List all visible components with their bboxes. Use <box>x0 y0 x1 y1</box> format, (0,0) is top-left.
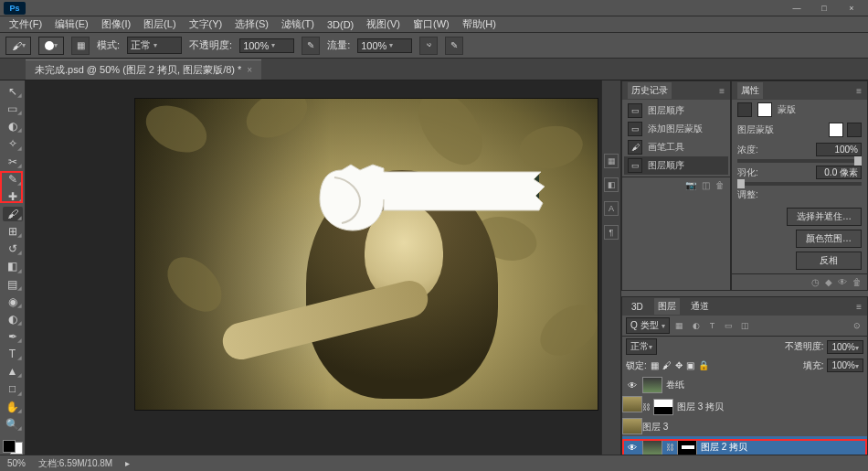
tool-hand[interactable]: ✋◢ <box>3 400 23 414</box>
lock-all-icon[interactable]: 🔒 <box>698 360 709 370</box>
airbrush-button[interactable]: ༄ <box>419 37 438 55</box>
blend-mode-select[interactable]: 正常▾ <box>127 37 182 54</box>
layer-thumb[interactable] <box>622 396 642 412</box>
mask-thumb[interactable] <box>677 439 697 455</box>
fill-field[interactable]: 100%▾ <box>827 359 863 372</box>
layer-thumb[interactable] <box>622 418 642 434</box>
min-button[interactable]: — <box>784 2 810 15</box>
disable-mask-icon[interactable]: 👁 <box>838 277 847 287</box>
vector-mask-button[interactable] <box>847 123 862 137</box>
filter-smart-icon[interactable]: ◫ <box>739 319 752 332</box>
layer-name[interactable]: 图层 2 拷贝 <box>701 441 747 454</box>
density-input[interactable] <box>816 143 862 156</box>
menu-help[interactable]: 帮助(H) <box>457 16 502 32</box>
tool-eyedropper[interactable]: ✎◢ <box>3 172 23 187</box>
history-tab[interactable]: 历史记录 <box>628 82 672 99</box>
history-delete-button[interactable]: 🗑 <box>715 180 725 190</box>
layer-name[interactable]: 卷纸 <box>666 379 684 391</box>
pressure-size-button[interactable]: ✎ <box>445 37 463 55</box>
doc-info[interactable]: 文档:6.59M/10.8M <box>38 457 112 470</box>
tool-type[interactable]: T◢ <box>3 347 23 361</box>
document-tab[interactable]: 未完成.psd @ 50% (图层 2 拷贝, 图层蒙版/8) * × <box>26 59 261 80</box>
tool-lasso[interactable]: ◐◢ <box>3 119 23 134</box>
tool-stamp[interactable]: ⊞◢ <box>3 224 23 239</box>
history-panel-menu[interactable]: ≡ <box>719 86 725 96</box>
lock-position-icon[interactable]: ✥ <box>675 360 683 370</box>
tool-brush[interactable]: 🖌◢ <box>3 207 23 221</box>
filter-type-icon[interactable]: T <box>706 319 719 332</box>
tool-move[interactable]: ↖◢ <box>3 84 23 99</box>
filter-pixel-icon[interactable]: ▦ <box>673 319 686 332</box>
brush-settings-button[interactable]: ▦ <box>71 37 90 55</box>
menu-type[interactable]: 文字(Y) <box>184 16 228 32</box>
tool-magic-wand[interactable]: ✧◢ <box>3 136 23 151</box>
layer-row[interactable]: 👁图层 3 <box>622 418 867 436</box>
layer-row[interactable]: 👁卷纸 <box>622 374 867 396</box>
layer-thumb[interactable] <box>642 439 662 455</box>
close-tab-button[interactable]: × <box>247 65 252 75</box>
paragraph-panel-icon[interactable]: ¶ <box>604 225 619 240</box>
document-canvas[interactable] <box>135 99 598 410</box>
tool-history-brush[interactable]: ↺◢ <box>3 241 23 256</box>
tool-crop[interactable]: ✂◢ <box>3 155 23 169</box>
swatches-panel-icon[interactable]: ◧ <box>604 177 619 192</box>
menu-view[interactable]: 视图(V) <box>361 16 406 32</box>
tab-3d[interactable]: 3D <box>628 300 647 314</box>
close-button[interactable]: × <box>839 2 864 15</box>
visibility-toggle[interactable]: 👁 <box>626 443 639 453</box>
zoom-level[interactable]: 50% <box>7 458 26 468</box>
layer-thumb[interactable] <box>642 377 662 393</box>
brush-preset[interactable]: ▾ <box>38 37 64 55</box>
tool-dodge[interactable]: ◐◢ <box>3 312 23 326</box>
color-swatches[interactable] <box>3 440 23 455</box>
apply-mask-icon[interactable]: ◆ <box>825 277 832 287</box>
brush-tool-preset[interactable]: 🖌▾ <box>5 37 31 55</box>
properties-panel-menu[interactable]: ≡ <box>856 86 862 96</box>
delete-mask-icon[interactable]: 🗑 <box>852 277 862 287</box>
menu-file[interactable]: 文件(F) <box>4 16 48 32</box>
menu-layer[interactable]: 图层(L) <box>138 16 181 32</box>
menu-3d[interactable]: 3D(D) <box>322 18 359 31</box>
history-item[interactable]: ▭图层顺序 <box>624 102 728 120</box>
layer-row[interactable]: 👁⛓图层 3 拷贝 <box>622 396 867 418</box>
link-icon[interactable]: ⛓ <box>642 401 650 413</box>
layer-opacity-field[interactable]: 100%▾ <box>827 340 863 354</box>
history-item[interactable]: 🖌画笔工具 <box>624 138 728 156</box>
canvas-area[interactable] <box>26 80 601 455</box>
tool-marquee[interactable]: ▭◢ <box>3 102 23 116</box>
opacity-field[interactable]: 100%▾ <box>239 38 294 53</box>
tool-patch[interactable]: ✚◢ <box>3 189 23 204</box>
history-new-button[interactable]: ◫ <box>702 180 710 190</box>
filter-adjust-icon[interactable]: ◐ <box>690 319 703 332</box>
lock-transparent-icon[interactable]: ▦ <box>651 360 659 370</box>
tool-pen[interactable]: ✒◢ <box>3 329 23 344</box>
filter-kind-select[interactable]: Q 类型▾ <box>626 317 670 334</box>
layers-panel-menu[interactable]: ≡ <box>856 302 862 312</box>
menu-select[interactable]: 选择(S) <box>229 16 274 32</box>
tab-layers[interactable]: 图层 <box>654 298 680 315</box>
select-and-mask-button[interactable]: 选择并遮住… <box>787 208 862 226</box>
history-item[interactable]: ▭图层顺序 <box>624 156 728 175</box>
tool-eraser[interactable]: ◧◢ <box>3 259 23 273</box>
lock-pixels-icon[interactable]: 🖌 <box>662 360 672 370</box>
invert-mask-button[interactable]: 反相 <box>796 252 862 270</box>
layer-blend-select[interactable]: 正常▾ <box>626 338 657 355</box>
link-icon[interactable]: ⛓ <box>666 441 673 454</box>
tool-blur[interactable]: ◉◢ <box>3 294 23 309</box>
lock-artboard-icon[interactable]: ▣ <box>686 360 694 370</box>
menu-image[interactable]: 图像(I) <box>96 16 136 32</box>
max-button[interactable]: □ <box>811 2 837 15</box>
color-range-button[interactable]: 颜色范围… <box>796 230 862 248</box>
filter-shape-icon[interactable]: ▭ <box>723 319 736 332</box>
visibility-toggle[interactable]: 👁 <box>626 380 639 391</box>
feather-input[interactable] <box>816 166 862 179</box>
menu-window[interactable]: 窗口(W) <box>408 16 455 32</box>
tab-channels[interactable]: 通道 <box>687 298 713 315</box>
foreground-color[interactable] <box>3 440 16 453</box>
layer-name[interactable]: 图层 3 <box>642 421 668 434</box>
doc-info-chevron-icon[interactable]: ▸ <box>125 458 130 468</box>
feather-slider[interactable] <box>737 182 862 186</box>
menu-edit[interactable]: 编辑(E) <box>49 16 94 32</box>
layer-name[interactable]: 图层 3 拷贝 <box>677 401 724 413</box>
mask-thumb[interactable] <box>653 399 673 415</box>
